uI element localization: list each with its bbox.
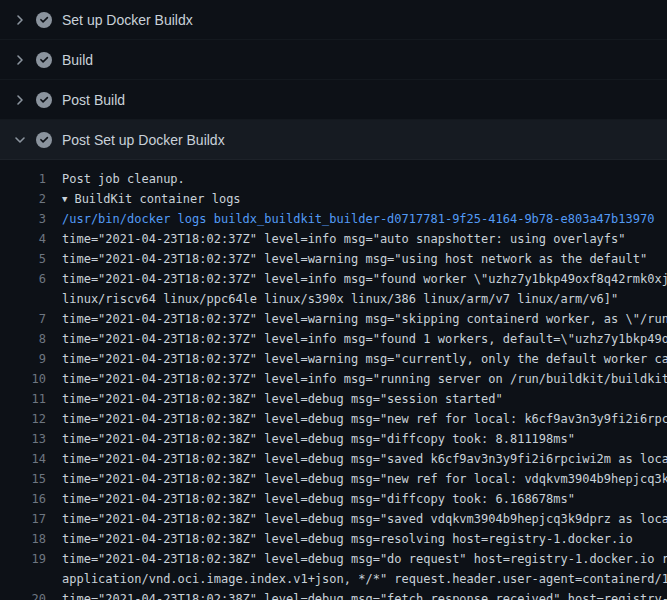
log-line: 9time="2021-04-23T18:02:37Z" level=warni… [0, 349, 667, 369]
command-text: /usr/bin/docker logs buildx_buildkit_bui… [62, 209, 654, 229]
log-text: Post job cleanup. [62, 169, 185, 189]
log-text: time="2021-04-23T18:02:38Z" level=debug … [62, 589, 667, 600]
step-label: Post Set up Docker Buildx [62, 132, 225, 148]
line-number[interactable]: 12 [0, 409, 46, 429]
log-line: 20time="2021-04-23T18:02:38Z" level=debu… [0, 589, 667, 600]
line-number[interactable]: 18 [0, 529, 46, 549]
log-text: time="2021-04-23T18:02:37Z" level=info m… [62, 369, 667, 389]
log-text: time="2021-04-23T18:02:38Z" level=debug … [62, 429, 575, 449]
log-area: 1Post job cleanup.2▼BuildKit container l… [0, 160, 667, 600]
log-text: time="2021-04-23T18:02:38Z" level=debug … [62, 409, 667, 429]
log-line: 13time="2021-04-23T18:02:38Z" level=debu… [0, 429, 667, 449]
log-line: 19time="2021-04-23T18:02:38Z" level=debu… [0, 549, 667, 569]
log-text: time="2021-04-23T18:02:37Z" level=info m… [62, 329, 667, 349]
log-line: 3/usr/bin/docker logs buildx_buildkit_bu… [0, 209, 667, 229]
log-line: 4time="2021-04-23T18:02:37Z" level=info … [0, 229, 667, 249]
check-circle-icon [36, 52, 52, 68]
log-text: linux/riscv64 linux/ppc64le linux/s390x … [62, 289, 618, 309]
log-line: 2▼BuildKit container logs [0, 189, 667, 209]
step-row-build[interactable]: Build [0, 40, 667, 80]
line-number[interactable]: 11 [0, 389, 46, 409]
line-number[interactable]: 20 [0, 589, 46, 600]
check-circle-icon [36, 12, 52, 28]
step-row-post-build[interactable]: Post Build [0, 80, 667, 120]
log-line: 7time="2021-04-23T18:02:37Z" level=warni… [0, 309, 667, 329]
log-line: 14time="2021-04-23T18:02:38Z" level=debu… [0, 449, 667, 469]
log-text: time="2021-04-23T18:02:37Z" level=warnin… [62, 309, 667, 329]
log-text: time="2021-04-23T18:02:37Z" level=info m… [62, 229, 626, 249]
log-line: 11time="2021-04-23T18:02:38Z" level=debu… [0, 389, 667, 409]
log-line: 5time="2021-04-23T18:02:37Z" level=warni… [0, 249, 667, 269]
log-line: 18time="2021-04-23T18:02:38Z" level=debu… [0, 529, 667, 549]
chevron-down-icon [12, 132, 28, 148]
group-title: BuildKit container logs [74, 192, 240, 206]
line-number[interactable]: 5 [0, 249, 46, 269]
group-expanded-caret-icon[interactable]: ▼ [62, 189, 67, 209]
chevron-right-icon [12, 52, 28, 68]
check-circle-icon [36, 92, 52, 108]
log-line: 10time="2021-04-23T18:02:37Z" level=info… [0, 369, 667, 389]
line-number[interactable]: 8 [0, 329, 46, 349]
line-number[interactable]: 1 [0, 169, 46, 189]
line-number[interactable]: 4 [0, 229, 46, 249]
log-line-continuation: linux/riscv64 linux/ppc64le linux/s390x … [0, 289, 667, 309]
log-text: time="2021-04-23T18:02:38Z" level=debug … [62, 489, 575, 509]
line-number[interactable]: 14 [0, 449, 46, 469]
step-row-set-up-docker-buildx[interactable]: Set up Docker Buildx [0, 0, 667, 40]
log-group-toggle[interactable]: ▼BuildKit container logs [62, 189, 241, 209]
step-label: Build [62, 52, 93, 68]
log-text: time="2021-04-23T18:02:38Z" level=debug … [62, 529, 633, 549]
log-line: 15time="2021-04-23T18:02:38Z" level=debu… [0, 469, 667, 489]
chevron-right-icon [12, 92, 28, 108]
log-line: 16time="2021-04-23T18:02:38Z" level=debu… [0, 489, 667, 509]
line-number[interactable]: 7 [0, 309, 46, 329]
line-number [0, 569, 46, 589]
log-text: time="2021-04-23T18:02:38Z" level=debug … [62, 509, 667, 529]
step-row-post-set-up-docker-buildx[interactable]: Post Set up Docker Buildx [0, 120, 667, 160]
line-number[interactable]: 15 [0, 469, 46, 489]
log-line: 17time="2021-04-23T18:02:38Z" level=debu… [0, 509, 667, 529]
line-number[interactable]: 16 [0, 489, 46, 509]
check-circle-icon [36, 132, 52, 148]
log-text: time="2021-04-23T18:02:37Z" level=warnin… [62, 349, 667, 369]
chevron-right-icon [12, 12, 28, 28]
workflow-log-panel: Set up Docker BuildxBuildPost BuildPost … [0, 0, 667, 600]
line-number[interactable]: 10 [0, 369, 46, 389]
log-text: time="2021-04-23T18:02:38Z" level=debug … [62, 469, 667, 489]
step-list: Set up Docker BuildxBuildPost BuildPost … [0, 0, 667, 160]
log-text: time="2021-04-23T18:02:38Z" level=debug … [62, 549, 667, 569]
log-text: time="2021-04-23T18:02:38Z" level=debug … [62, 449, 667, 469]
line-number[interactable]: 3 [0, 209, 46, 229]
log-text: time="2021-04-23T18:02:37Z" level=warnin… [62, 249, 647, 269]
step-label: Set up Docker Buildx [62, 12, 193, 28]
log-line: 6time="2021-04-23T18:02:37Z" level=info … [0, 269, 667, 289]
log-line: 12time="2021-04-23T18:02:38Z" level=debu… [0, 409, 667, 429]
log-line: 8time="2021-04-23T18:02:37Z" level=info … [0, 329, 667, 349]
line-number[interactable]: 9 [0, 349, 46, 369]
log-line: 1Post job cleanup. [0, 169, 667, 189]
log-text: time="2021-04-23T18:02:37Z" level=info m… [62, 269, 667, 289]
log-line-continuation: application/vnd.oci.image.index.v1+json,… [0, 569, 667, 589]
log-text: time="2021-04-23T18:02:38Z" level=debug … [62, 389, 503, 409]
line-number[interactable]: 17 [0, 509, 46, 529]
line-number[interactable]: 2 [0, 189, 46, 209]
step-label: Post Build [62, 92, 125, 108]
line-number[interactable]: 13 [0, 429, 46, 449]
line-number[interactable]: 19 [0, 549, 46, 569]
log-text: application/vnd.oci.image.index.v1+json,… [62, 569, 667, 589]
line-number [0, 289, 46, 309]
line-number[interactable]: 6 [0, 269, 46, 289]
